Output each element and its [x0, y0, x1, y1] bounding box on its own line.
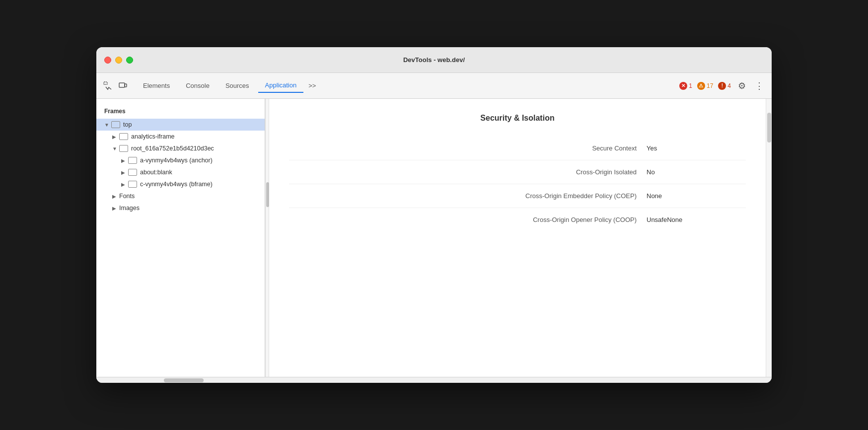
- security-label: Secure Context: [289, 144, 647, 152]
- security-label: Cross-Origin Isolated: [289, 168, 647, 176]
- error-icon: ✕: [679, 82, 687, 90]
- tab-console[interactable]: Console: [179, 79, 217, 92]
- sidebar-item-label: c-vynmy4vb4wys (bframe): [140, 181, 213, 188]
- main-content: Frames ▼ top ▶ analytics-iframe ▼ root_6…: [96, 99, 772, 377]
- more-options-icon[interactable]: ⋮: [753, 78, 766, 93]
- frame-icon: [128, 181, 137, 188]
- sidebar-item-label: a-vynmy4vb4wys (anchor): [140, 157, 213, 164]
- svg-rect-0: [104, 82, 107, 84]
- traffic-lights: [104, 57, 133, 64]
- arrow-down-icon: ▼: [104, 122, 111, 128]
- security-row-coop: Cross-Origin Opener Policy (COOP) Unsafe…: [289, 208, 746, 231]
- arrow-down-icon: ▼: [112, 146, 119, 151]
- sidebar-item-label: Fonts: [119, 193, 135, 200]
- svg-rect-1: [119, 83, 125, 87]
- bottom-scrollbar[interactable]: [96, 377, 772, 383]
- error-number: 1: [689, 82, 692, 89]
- sidebar-item-label: top: [123, 121, 132, 128]
- settings-icon[interactable]: ⚙: [736, 78, 748, 93]
- maximize-button[interactable]: [126, 57, 133, 64]
- sidebar-item-fonts[interactable]: ▶ Fonts: [96, 190, 265, 202]
- content-scrollbar[interactable]: [766, 99, 772, 377]
- info-count[interactable]: ! 4: [718, 82, 731, 90]
- sidebar-item-label: analytics-iframe: [131, 133, 175, 140]
- security-value: Yes: [647, 144, 746, 152]
- sidebar-item-c-bframe[interactable]: ▶ c-vynmy4vb4wys (bframe): [96, 178, 265, 190]
- tab-application[interactable]: Application: [258, 78, 304, 93]
- frame-icon: [128, 157, 137, 164]
- sidebar-item-images[interactable]: ▶ Images: [96, 202, 265, 214]
- scrollbar-thumb: [266, 182, 269, 207]
- arrow-right-icon: ▶: [112, 194, 119, 199]
- devtools-window: DevTools - web.dev/ Elements Console Sou…: [96, 47, 772, 383]
- arrow-right-icon: ▶: [112, 206, 119, 211]
- security-value: UnsafeNone: [647, 216, 746, 223]
- window-title: DevTools - web.dev/: [403, 56, 465, 64]
- frames-section-title: Frames: [96, 105, 265, 119]
- warning-count[interactable]: ⚠ 17: [697, 82, 713, 90]
- more-tabs-button[interactable]: >>: [305, 80, 319, 91]
- sidebar-item-label: about:blank: [140, 169, 172, 176]
- security-row-secure-context: Secure Context Yes: [289, 137, 746, 160]
- close-button[interactable]: [104, 57, 111, 64]
- sidebar-item-analytics-iframe[interactable]: ▶ analytics-iframe: [96, 131, 265, 143]
- arrow-right-icon: ▶: [112, 134, 119, 140]
- sidebar-item-label: Images: [119, 205, 140, 212]
- arrow-right-icon: ▶: [121, 170, 128, 175]
- security-row-coep: Cross-Origin Embedder Policy (COEP) None: [289, 184, 746, 208]
- sidebar: Frames ▼ top ▶ analytics-iframe ▼ root_6…: [96, 99, 265, 377]
- security-label: Cross-Origin Opener Policy (COOP): [289, 216, 647, 223]
- toolbar-icons: [102, 80, 128, 91]
- security-label: Cross-Origin Embedder Policy (COEP): [289, 192, 647, 200]
- frame-icon: [119, 145, 128, 152]
- toolbar-right: ✕ 1 ⚠ 17 ! 4 ⚙ ⋮: [679, 78, 766, 93]
- sidebar-item-about-blank[interactable]: ▶ about:blank: [96, 166, 265, 178]
- tab-sources[interactable]: Sources: [218, 79, 256, 92]
- info-number: 4: [727, 82, 731, 89]
- sidebar-item-root[interactable]: ▼ root_616a752e1b5d4210d3ec: [96, 143, 265, 154]
- sidebar-item-label: root_616a752e1b5d4210d3ec: [131, 145, 214, 152]
- security-value: None: [647, 192, 746, 200]
- error-count[interactable]: ✕ 1: [679, 82, 692, 90]
- security-table: Secure Context Yes Cross-Origin Isolated…: [289, 137, 746, 231]
- arrow-right-icon: ▶: [121, 182, 128, 187]
- toolbar: Elements Console Sources Application >> …: [96, 73, 772, 99]
- arrow-right-icon: ▶: [121, 158, 128, 163]
- frame-icon: [119, 133, 128, 140]
- svg-rect-2: [125, 84, 127, 87]
- tab-elements[interactable]: Elements: [136, 79, 177, 92]
- frame-icon: [128, 169, 137, 176]
- inspector-icon[interactable]: [102, 80, 113, 91]
- frame-icon: [111, 121, 120, 128]
- scrollbar-thumb: [767, 113, 771, 143]
- scroll-thumb-horizontal[interactable]: [164, 378, 204, 382]
- section-heading: Security & Isolation: [289, 114, 746, 123]
- sidebar-scrollbar[interactable]: [265, 99, 269, 377]
- sidebar-item-top[interactable]: ▼ top: [96, 119, 265, 131]
- sidebar-item-a-anchor[interactable]: ▶ a-vynmy4vb4wys (anchor): [96, 154, 265, 166]
- warning-number: 17: [707, 82, 713, 89]
- scroll-track: [96, 378, 772, 382]
- minimize-button[interactable]: [115, 57, 122, 64]
- device-icon[interactable]: [117, 80, 128, 91]
- security-value: No: [647, 168, 746, 176]
- titlebar: DevTools - web.dev/: [96, 47, 772, 73]
- info-icon: !: [718, 82, 726, 90]
- warning-icon: ⚠: [697, 82, 705, 90]
- security-row-cross-origin-isolated: Cross-Origin Isolated No: [289, 160, 746, 184]
- content-panel: Security & Isolation Secure Context Yes …: [269, 99, 766, 377]
